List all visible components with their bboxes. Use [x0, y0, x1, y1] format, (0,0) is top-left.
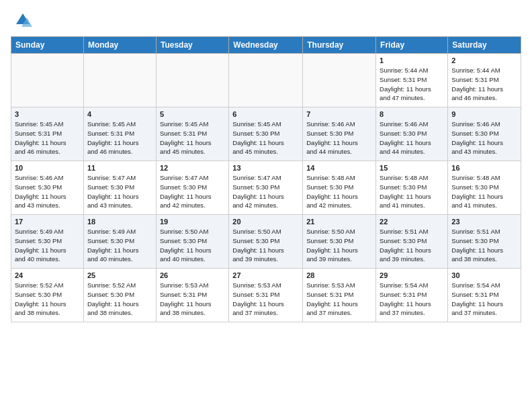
day-info: Sunrise: 5:54 AM Sunset: 5:31 PM Dayligh…: [380, 281, 444, 318]
day-info: Sunrise: 5:53 AM Sunset: 5:31 PM Dayligh…: [160, 281, 225, 318]
calendar-cell: [83, 54, 156, 107]
day-number: 25: [87, 271, 152, 279]
day-info: Sunrise: 5:52 AM Sunset: 5:30 PM Dayligh…: [87, 281, 152, 318]
day-number: 13: [232, 164, 299, 172]
calendar-cell: 25Sunrise: 5:52 AM Sunset: 5:30 PM Dayli…: [83, 269, 156, 322]
day-number: 21: [306, 218, 372, 226]
calendar-cell: 5Sunrise: 5:45 AM Sunset: 5:31 PM Daylig…: [156, 107, 228, 161]
day-info: Sunrise: 5:50 AM Sunset: 5:30 PM Dayligh…: [160, 227, 225, 264]
calendar-cell: 18Sunrise: 5:49 AM Sunset: 5:30 PM Dayli…: [83, 215, 156, 269]
calendar-cell: 15Sunrise: 5:48 AM Sunset: 5:30 PM Dayli…: [376, 161, 448, 215]
calendar-cell: 26Sunrise: 5:53 AM Sunset: 5:31 PM Dayli…: [156, 269, 228, 322]
day-info: Sunrise: 5:45 AM Sunset: 5:31 PM Dayligh…: [15, 120, 80, 156]
day-number: 30: [451, 271, 517, 279]
day-number: 9: [451, 110, 517, 118]
calendar-cell: 17Sunrise: 5:49 AM Sunset: 5:30 PM Dayli…: [11, 215, 84, 269]
day-number: 6: [232, 110, 299, 118]
day-info: Sunrise: 5:47 AM Sunset: 5:30 PM Dayligh…: [160, 173, 225, 210]
calendar-week-row: 10Sunrise: 5:46 AM Sunset: 5:30 PM Dayli…: [11, 161, 521, 215]
day-info: Sunrise: 5:46 AM Sunset: 5:30 PM Dayligh…: [451, 120, 517, 156]
day-info: Sunrise: 5:49 AM Sunset: 5:30 PM Dayligh…: [87, 227, 152, 264]
calendar-cell: 12Sunrise: 5:47 AM Sunset: 5:30 PM Dayli…: [156, 161, 228, 215]
day-number: 5: [160, 110, 225, 118]
calendar-cell: 7Sunrise: 5:46 AM Sunset: 5:30 PM Daylig…: [303, 107, 376, 161]
day-number: 18: [87, 218, 152, 226]
day-number: 23: [451, 218, 517, 226]
day-info: Sunrise: 5:48 AM Sunset: 5:30 PM Dayligh…: [451, 173, 517, 210]
day-info: Sunrise: 5:46 AM Sunset: 5:30 PM Dayligh…: [380, 120, 444, 156]
day-number: 28: [306, 271, 372, 279]
weekday-header-sunday: Sunday: [11, 37, 84, 54]
page: SundayMondayTuesdayWednesdayThursdayFrid…: [0, 0, 532, 330]
day-info: Sunrise: 5:48 AM Sunset: 5:30 PM Dayligh…: [380, 173, 444, 210]
calendar-cell: 16Sunrise: 5:48 AM Sunset: 5:30 PM Dayli…: [448, 161, 521, 215]
calendar-week-row: 24Sunrise: 5:52 AM Sunset: 5:30 PM Dayli…: [11, 269, 521, 322]
calendar-cell: 11Sunrise: 5:47 AM Sunset: 5:30 PM Dayli…: [83, 161, 156, 215]
day-number: 16: [451, 164, 517, 172]
logo-icon: [13, 11, 32, 30]
calendar-cell: 13Sunrise: 5:47 AM Sunset: 5:30 PM Dayli…: [229, 161, 303, 215]
calendar-cell: 6Sunrise: 5:45 AM Sunset: 5:30 PM Daylig…: [229, 107, 303, 161]
calendar-cell: 30Sunrise: 5:54 AM Sunset: 5:31 PM Dayli…: [448, 269, 521, 322]
calendar-cell: 3Sunrise: 5:45 AM Sunset: 5:31 PM Daylig…: [11, 107, 84, 161]
day-number: 27: [232, 271, 299, 279]
day-number: 29: [380, 271, 444, 279]
day-info: Sunrise: 5:44 AM Sunset: 5:31 PM Dayligh…: [380, 66, 444, 103]
day-number: 10: [15, 164, 80, 172]
calendar-table: SundayMondayTuesdayWednesdayThursdayFrid…: [11, 36, 521, 322]
day-info: Sunrise: 5:45 AM Sunset: 5:31 PM Dayligh…: [160, 120, 225, 156]
day-info: Sunrise: 5:51 AM Sunset: 5:30 PM Dayligh…: [451, 227, 517, 264]
calendar-week-row: 1Sunrise: 5:44 AM Sunset: 5:31 PM Daylig…: [11, 54, 521, 107]
calendar-cell: 2Sunrise: 5:44 AM Sunset: 5:31 PM Daylig…: [448, 54, 521, 107]
day-info: Sunrise: 5:54 AM Sunset: 5:31 PM Dayligh…: [451, 281, 517, 318]
day-number: 17: [15, 218, 80, 226]
day-number: 19: [160, 218, 225, 226]
calendar-cell: 27Sunrise: 5:53 AM Sunset: 5:31 PM Dayli…: [229, 269, 303, 322]
calendar-cell: 28Sunrise: 5:53 AM Sunset: 5:31 PM Dayli…: [303, 269, 376, 322]
day-number: 7: [306, 110, 372, 118]
calendar-cell: [11, 54, 84, 107]
weekday-header-monday: Monday: [83, 37, 156, 54]
weekday-header-row: SundayMondayTuesdayWednesdayThursdayFrid…: [11, 37, 521, 54]
calendar-cell: 23Sunrise: 5:51 AM Sunset: 5:30 PM Dayli…: [448, 215, 521, 269]
day-number: 1: [380, 56, 444, 64]
weekday-header-tuesday: Tuesday: [156, 37, 228, 54]
day-info: Sunrise: 5:46 AM Sunset: 5:30 PM Dayligh…: [306, 120, 372, 156]
calendar-week-row: 17Sunrise: 5:49 AM Sunset: 5:30 PM Dayli…: [11, 215, 521, 269]
day-info: Sunrise: 5:47 AM Sunset: 5:30 PM Dayligh…: [232, 173, 299, 210]
day-info: Sunrise: 5:50 AM Sunset: 5:30 PM Dayligh…: [232, 227, 299, 264]
day-number: 14: [306, 164, 372, 172]
calendar-cell: 8Sunrise: 5:46 AM Sunset: 5:30 PM Daylig…: [376, 107, 448, 161]
calendar-cell: 1Sunrise: 5:44 AM Sunset: 5:31 PM Daylig…: [376, 54, 448, 107]
calendar-cell: 9Sunrise: 5:46 AM Sunset: 5:30 PM Daylig…: [448, 107, 521, 161]
calendar-week-row: 3Sunrise: 5:45 AM Sunset: 5:31 PM Daylig…: [11, 107, 521, 161]
day-info: Sunrise: 5:53 AM Sunset: 5:31 PM Dayligh…: [232, 281, 299, 318]
day-info: Sunrise: 5:47 AM Sunset: 5:30 PM Dayligh…: [87, 173, 152, 210]
calendar-cell: 22Sunrise: 5:51 AM Sunset: 5:30 PM Dayli…: [376, 215, 448, 269]
weekday-header-friday: Friday: [376, 37, 448, 54]
day-number: 8: [380, 110, 444, 118]
calendar-cell: [229, 54, 303, 107]
day-info: Sunrise: 5:45 AM Sunset: 5:30 PM Dayligh…: [232, 120, 299, 156]
calendar-cell: 24Sunrise: 5:52 AM Sunset: 5:30 PM Dayli…: [11, 269, 84, 322]
day-info: Sunrise: 5:45 AM Sunset: 5:31 PM Dayligh…: [87, 120, 152, 156]
day-number: 26: [160, 271, 225, 279]
day-info: Sunrise: 5:48 AM Sunset: 5:30 PM Dayligh…: [306, 173, 372, 210]
logo: [11, 11, 32, 30]
day-number: 20: [232, 218, 299, 226]
day-number: 12: [160, 164, 225, 172]
calendar-cell: 21Sunrise: 5:50 AM Sunset: 5:30 PM Dayli…: [303, 215, 376, 269]
day-number: 4: [87, 110, 152, 118]
calendar-cell: 29Sunrise: 5:54 AM Sunset: 5:31 PM Dayli…: [376, 269, 448, 322]
calendar-cell: [156, 54, 228, 107]
weekday-header-thursday: Thursday: [303, 37, 376, 54]
calendar-cell: 19Sunrise: 5:50 AM Sunset: 5:30 PM Dayli…: [156, 215, 228, 269]
day-info: Sunrise: 5:51 AM Sunset: 5:30 PM Dayligh…: [380, 227, 444, 264]
day-number: 24: [15, 271, 80, 279]
calendar-cell: 14Sunrise: 5:48 AM Sunset: 5:30 PM Dayli…: [303, 161, 376, 215]
day-info: Sunrise: 5:44 AM Sunset: 5:31 PM Dayligh…: [451, 66, 517, 103]
day-number: 22: [380, 218, 444, 226]
calendar-cell: 4Sunrise: 5:45 AM Sunset: 5:31 PM Daylig…: [83, 107, 156, 161]
day-number: 15: [380, 164, 444, 172]
calendar-cell: [303, 54, 376, 107]
